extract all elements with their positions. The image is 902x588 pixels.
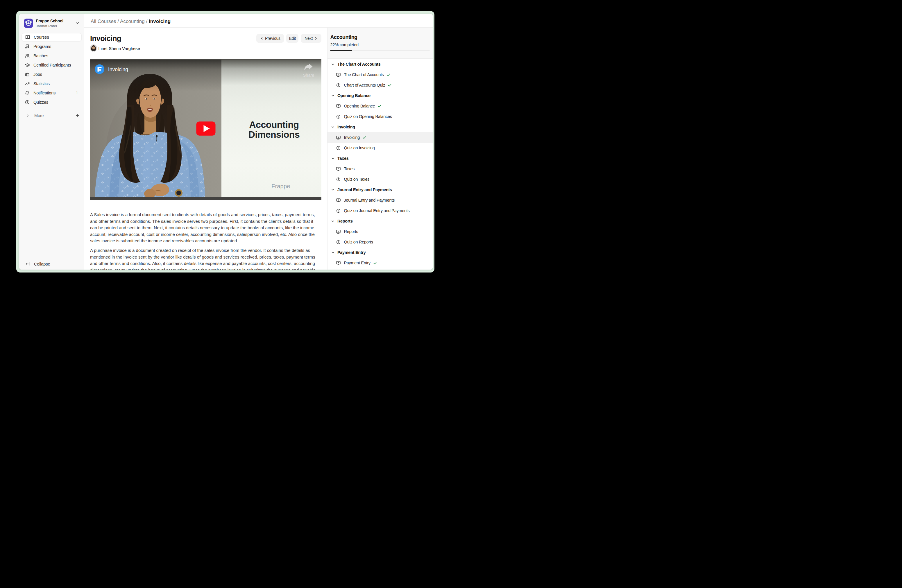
svg-text:Accounting: Accounting [249, 119, 299, 130]
svg-text:Frappe: Frappe [271, 183, 290, 189]
svg-text:Dimensions: Dimensions [249, 129, 300, 140]
svg-text:Share: Share [303, 73, 315, 78]
svg-text:Invoicing: Invoicing [108, 67, 128, 72]
